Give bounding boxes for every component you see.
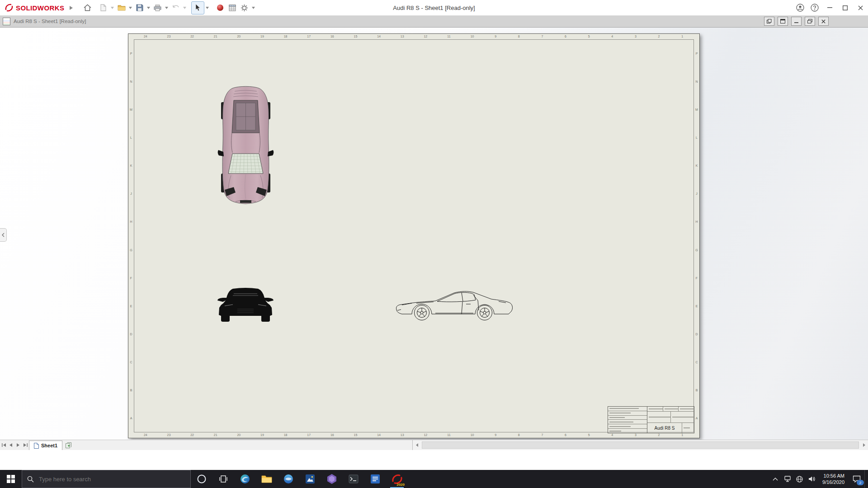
- zone-letter: G: [694, 236, 699, 264]
- zone-letter: L: [128, 123, 134, 151]
- search-input[interactable]: [38, 475, 185, 483]
- zone-number: 20: [227, 34, 251, 39]
- volume-icon[interactable]: [806, 470, 818, 488]
- new-document-dropdown[interactable]: [109, 2, 115, 14]
- document-titlebar: Audi R8 S - Sheet1 [Read-only]: [0, 15, 868, 28]
- save-button[interactable]: [133, 2, 146, 14]
- select-tool-dropdown[interactable]: [204, 2, 210, 14]
- network-icon[interactable]: [781, 470, 793, 488]
- quick-access-toolbar: [81, 1, 256, 14]
- top-view-drawing[interactable]: [217, 85, 274, 207]
- doc-tile-button[interactable]: [764, 17, 774, 26]
- select-tool-button[interactable]: [191, 1, 204, 14]
- zone-letter: P: [694, 39, 699, 67]
- settings-dropdown[interactable]: [250, 2, 256, 14]
- zone-letter: A: [128, 404, 134, 432]
- zone-number: 12: [414, 34, 438, 39]
- tab-sheet1[interactable]: Sheet1: [29, 441, 62, 450]
- zone-letter: M: [128, 95, 134, 123]
- new-document-button[interactable]: [97, 2, 109, 14]
- save-dropdown[interactable]: [146, 2, 151, 14]
- open-dropdown[interactable]: [127, 2, 133, 14]
- file-explorer-icon[interactable]: [256, 470, 278, 488]
- panel-collapse-arrow[interactable]: [0, 228, 7, 242]
- doc-restore-button[interactable]: [805, 17, 815, 26]
- zone-letter: N: [694, 67, 699, 95]
- zone-number: 22: [180, 432, 204, 438]
- cortana-icon[interactable]: [191, 470, 212, 488]
- properties-table-button[interactable]: [226, 2, 238, 14]
- action-center-icon[interactable]: 2: [849, 470, 864, 488]
- first-sheet-button[interactable]: [0, 440, 7, 450]
- add-sheet-button[interactable]: [62, 440, 75, 450]
- terminal-icon[interactable]: [343, 470, 364, 488]
- zone-number: 2: [647, 34, 671, 39]
- print-button[interactable]: [151, 2, 164, 14]
- doc-close-button[interactable]: [818, 17, 829, 26]
- maximize-button[interactable]: [837, 0, 853, 15]
- drawing-sheet[interactable]: 242322212019181716151413121110987654321 …: [128, 33, 700, 438]
- zone-number: 8: [507, 34, 531, 39]
- tray-expand-icon[interactable]: [769, 470, 781, 488]
- globe-icon[interactable]: [793, 470, 806, 488]
- photos-icon[interactable]: [299, 470, 321, 488]
- show-desktop-button[interactable]: [864, 470, 868, 488]
- scrollbar-thumb[interactable]: [422, 441, 859, 449]
- menu-expand-arrow[interactable]: [68, 2, 74, 14]
- close-button[interactable]: [853, 0, 868, 15]
- minimize-button[interactable]: [822, 0, 837, 15]
- help-icon[interactable]: [807, 0, 822, 15]
- horizontal-scrollbar[interactable]: [412, 440, 868, 450]
- appearance-sphere-button[interactable]: [214, 2, 226, 14]
- scroll-left-arrow[interactable]: [413, 440, 421, 450]
- zone-letter: J: [694, 180, 699, 208]
- zone-letter: C: [694, 348, 699, 376]
- side-view-drawing[interactable]: [394, 287, 519, 323]
- hexagon-app-icon[interactable]: [321, 470, 343, 488]
- zone-number: 15: [344, 34, 368, 39]
- zone-number: 14: [367, 34, 391, 39]
- front-view-drawing[interactable]: [217, 287, 274, 323]
- document-window-controls: [764, 17, 829, 26]
- zone-number: 7: [531, 432, 554, 438]
- document-app-icon[interactable]: [364, 470, 386, 488]
- scrollbar-track[interactable]: [421, 440, 860, 450]
- doc-minimize-button[interactable]: [791, 17, 802, 26]
- zone-number: 15: [344, 432, 368, 438]
- last-sheet-button[interactable]: [22, 440, 29, 450]
- solidworks-app-icon[interactable]: 2020: [386, 470, 408, 488]
- undo-button[interactable]: [170, 2, 182, 14]
- sheet-icon: [34, 443, 39, 449]
- zone-number: 6: [554, 34, 577, 39]
- scroll-right-arrow[interactable]: [860, 440, 868, 450]
- solidworks-logo[interactable]: SOLIDWORKS: [0, 3, 68, 12]
- print-dropdown[interactable]: [164, 2, 170, 14]
- previous-sheet-button[interactable]: [7, 440, 14, 450]
- zone-number: 9: [484, 432, 507, 438]
- zone-number: 19: [250, 34, 274, 39]
- taskbar-clock[interactable]: 10:56 AM 9/16/2020: [818, 470, 849, 488]
- browser-icon[interactable]: [278, 470, 299, 488]
- zone-number: 4: [601, 34, 624, 39]
- task-view-icon[interactable]: [212, 470, 234, 488]
- zone-number: 24: [134, 432, 157, 438]
- undo-dropdown[interactable]: [182, 2, 188, 14]
- zone-number: 9: [484, 34, 507, 39]
- doc-cascade-button[interactable]: [778, 17, 788, 26]
- solidworks-logo-icon: [5, 3, 14, 12]
- next-sheet-button[interactable]: [14, 440, 22, 450]
- search-icon: [27, 476, 34, 483]
- open-folder-button[interactable]: [115, 2, 127, 14]
- account-icon[interactable]: [793, 0, 807, 15]
- zone-letter: H: [128, 208, 134, 236]
- taskbar-search[interactable]: [22, 470, 191, 488]
- zone-number: 20: [227, 432, 251, 438]
- windows-taskbar: 2020 10:56 AM 9/16/2020 2: [0, 470, 868, 488]
- start-button[interactable]: [0, 470, 22, 488]
- home-button[interactable]: [81, 2, 94, 14]
- zone-number: 3: [624, 34, 647, 39]
- settings-gear-button[interactable]: [238, 2, 250, 14]
- edge-browser-icon[interactable]: [234, 470, 256, 488]
- zone-number: 18: [274, 432, 297, 438]
- title-block-fields: Audi R8 S: [647, 407, 694, 433]
